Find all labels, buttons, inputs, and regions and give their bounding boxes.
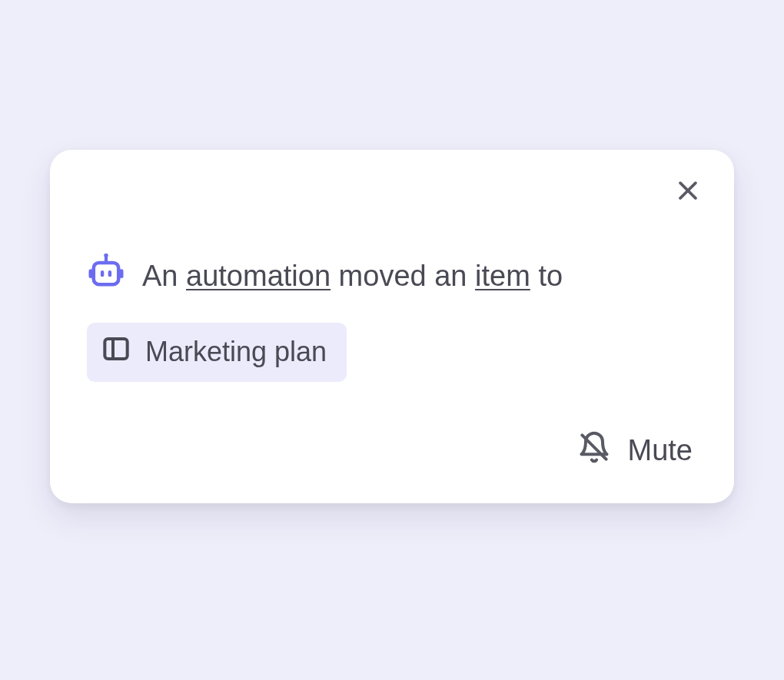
mute-button[interactable]: Mute <box>571 426 699 476</box>
svg-rect-7 <box>101 270 104 277</box>
board-chip-label: Marketing plan <box>145 336 327 368</box>
board-icon <box>101 333 131 371</box>
svg-rect-9 <box>105 339 127 359</box>
notification-card: An automation moved an item to Marketing… <box>50 150 734 503</box>
message-prefix: An <box>142 260 186 292</box>
svg-point-3 <box>104 254 108 257</box>
bell-off-icon <box>577 430 611 471</box>
svg-rect-5 <box>89 269 93 278</box>
message-middle: moved an <box>331 260 475 292</box>
item-link[interactable]: item <box>475 260 530 292</box>
robot-icon <box>87 253 125 300</box>
message-suffix: to <box>530 260 563 292</box>
svg-rect-4 <box>94 263 119 284</box>
close-button[interactable] <box>668 171 708 211</box>
notification-message: An automation moved an item to <box>87 253 697 300</box>
mute-label: Mute <box>628 434 693 467</box>
board-chip[interactable]: Marketing plan <box>87 323 347 382</box>
close-icon <box>675 177 701 206</box>
svg-rect-6 <box>120 269 124 278</box>
automation-link[interactable]: automation <box>186 260 331 292</box>
notification-text: An automation moved an item to <box>142 259 563 294</box>
svg-rect-8 <box>108 270 111 277</box>
